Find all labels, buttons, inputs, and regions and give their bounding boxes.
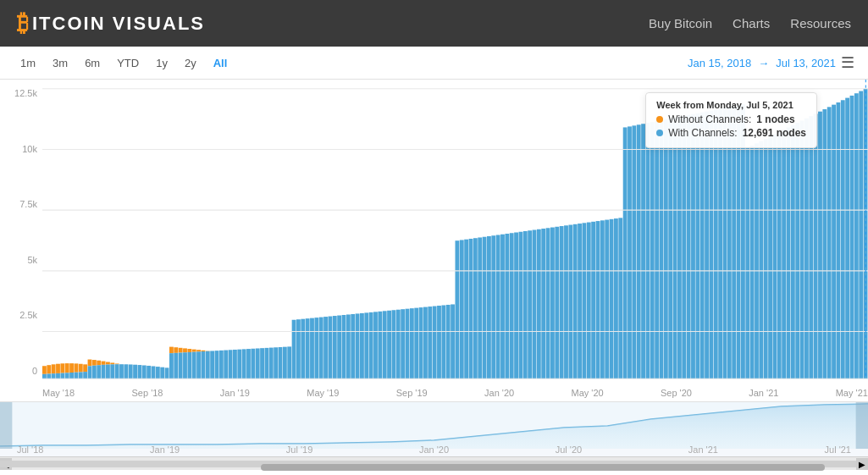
y-axis: 12.5k10k7.5k5k2.5k0 — [0, 80, 42, 401]
svg-rect-138 — [242, 349, 246, 378]
svg-rect-109 — [373, 312, 378, 378]
date-start: Jan 15, 2018 — [688, 57, 751, 69]
svg-rect-49 — [646, 123, 650, 378]
time-btn-3m[interactable]: 3m — [46, 54, 75, 72]
svg-rect-58 — [605, 220, 609, 379]
hamburger-menu[interactable]: ☰ — [841, 53, 854, 72]
time-btn-ytd[interactable]: YTD — [110, 54, 146, 72]
time-controls: 1m 3m 6m YTD 1y 2y All Jan 15, 2018 → Ju… — [0, 47, 868, 80]
svg-rect-82 — [496, 235, 500, 378]
svg-rect-130 — [279, 347, 283, 378]
svg-rect-196 — [69, 373, 74, 378]
svg-rect-26 — [750, 146, 755, 378]
svg-rect-6 — [841, 100, 845, 378]
nav-resources[interactable]: Resources — [790, 16, 851, 30]
svg-rect-102 — [406, 309, 410, 379]
svg-rect-122 — [314, 318, 318, 378]
time-btn-2y[interactable]: 2y — [178, 54, 203, 72]
svg-rect-189 — [83, 364, 87, 372]
minimap-x-label: Jul '20 — [556, 445, 582, 455]
date-arrow: → — [758, 57, 769, 69]
svg-rect-89 — [464, 240, 468, 379]
time-btn-1y[interactable]: 1y — [149, 54, 174, 72]
svg-rect-60 — [596, 221, 600, 378]
svg-rect-54 — [623, 127, 628, 378]
svg-rect-142 — [224, 351, 228, 379]
svg-rect-157 — [183, 352, 187, 378]
svg-rect-24 — [759, 141, 763, 379]
svg-rect-46 — [660, 120, 664, 378]
svg-rect-63 — [583, 223, 587, 378]
svg-rect-59 — [600, 220, 605, 378]
svg-rect-193 — [75, 363, 79, 372]
svg-rect-56 — [614, 218, 618, 378]
svg-rect-12 — [814, 113, 818, 378]
svg-rect-127 — [292, 320, 296, 378]
svg-rect-115 — [346, 314, 351, 378]
svg-rect-69 — [555, 227, 559, 378]
logo: ₿ ITCOIN VISUALS — [17, 9, 205, 37]
y-axis-label: 0 — [32, 366, 37, 376]
svg-rect-5 — [845, 98, 849, 379]
svg-rect-164 — [165, 367, 169, 378]
svg-rect-187 — [88, 360, 92, 367]
svg-rect-143 — [219, 351, 224, 378]
svg-rect-74 — [533, 230, 537, 379]
y-axis-label: 5k — [27, 255, 37, 265]
x-axis-label: May '20 — [571, 388, 603, 398]
svg-rect-20 — [777, 132, 782, 378]
without-channels-dot — [656, 116, 663, 123]
svg-rect-208 — [42, 374, 47, 378]
svg-rect-137 — [246, 349, 251, 378]
svg-rect-37 — [700, 113, 705, 379]
svg-rect-53 — [628, 126, 632, 378]
svg-rect-178 — [110, 364, 114, 378]
svg-rect-129 — [283, 347, 287, 379]
without-channels-label: Without Channels: — [668, 113, 751, 125]
svg-rect-111 — [364, 312, 368, 378]
svg-rect-197 — [65, 363, 69, 373]
svg-rect-185 — [92, 360, 97, 366]
svg-rect-151 — [196, 351, 201, 378]
time-btn-all[interactable]: All — [207, 54, 235, 72]
svg-rect-88 — [469, 239, 473, 378]
svg-rect-103 — [401, 309, 405, 378]
scroll-right-button[interactable]: ▶ — [856, 458, 868, 470]
svg-rect-110 — [369, 312, 373, 378]
svg-rect-65 — [573, 224, 578, 378]
svg-rect-87 — [473, 238, 478, 378]
x-axis-label: Jan '19 — [220, 388, 250, 398]
svg-rect-123 — [310, 318, 314, 379]
with-channels-value: 12,691 nodes — [743, 127, 806, 139]
y-axis-label: 10k — [22, 144, 37, 154]
nav-charts[interactable]: Charts — [733, 16, 770, 30]
svg-rect-126 — [296, 319, 301, 378]
svg-rect-180 — [106, 365, 110, 379]
scrollbar[interactable]: ◀ ▶ — [0, 456, 868, 470]
x-axis-label: May '18 — [42, 388, 75, 398]
svg-rect-159 — [179, 353, 183, 379]
svg-rect-11 — [818, 112, 822, 379]
scrollbar-thumb[interactable] — [261, 464, 825, 471]
x-axis-label: May '19 — [307, 388, 339, 398]
time-btn-6m[interactable]: 6m — [78, 54, 107, 72]
nav-buy-bitcoin[interactable]: Buy Bitcoin — [649, 16, 712, 30]
svg-rect-119 — [329, 317, 333, 379]
time-btn-1m[interactable]: 1m — [14, 54, 42, 72]
svg-rect-47 — [655, 121, 659, 378]
minimap[interactable]: Jul '18Jan '19Jul '19Jan '20Jul '20Jan '… — [0, 401, 868, 456]
svg-rect-172 — [129, 364, 133, 378]
svg-rect-76 — [523, 231, 528, 378]
svg-rect-23 — [764, 139, 768, 378]
x-axis-label: Sep '20 — [661, 388, 692, 398]
svg-rect-78 — [514, 233, 518, 379]
svg-rect-57 — [610, 219, 614, 378]
svg-rect-148 — [202, 351, 206, 351]
chart-area[interactable]: Week from Monday, Jul 5, 2021 Without Ch… — [42, 80, 868, 401]
svg-rect-36 — [705, 112, 709, 379]
svg-rect-92 — [451, 304, 455, 378]
svg-rect-125 — [301, 319, 305, 379]
svg-rect-35 — [710, 111, 714, 379]
svg-rect-174 — [119, 364, 124, 378]
svg-rect-154 — [187, 349, 191, 352]
